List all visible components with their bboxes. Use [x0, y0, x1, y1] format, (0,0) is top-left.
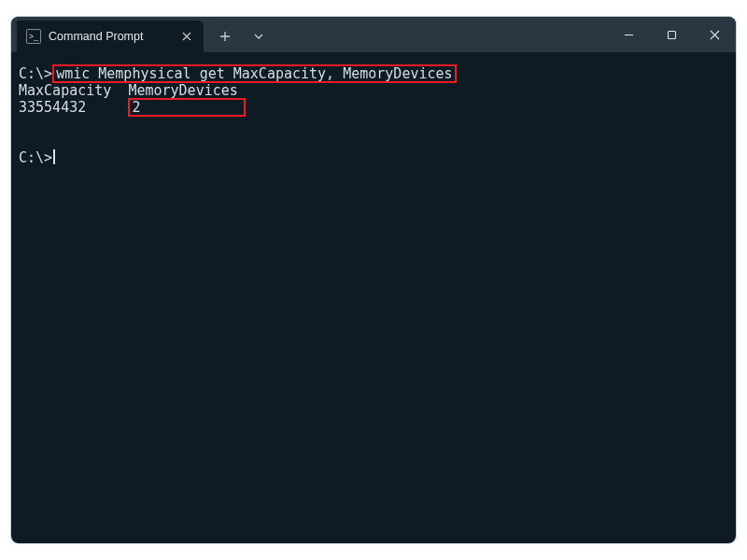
plus-icon [219, 31, 231, 42]
tab-dropdown-button[interactable] [245, 22, 273, 50]
tab-command-prompt[interactable]: >_ Command Prompt [17, 21, 204, 52]
svg-rect-0 [668, 31, 675, 38]
minimize-icon [624, 30, 634, 40]
window-controls [607, 17, 736, 52]
minimize-button[interactable] [607, 17, 650, 52]
column-header-memorydevices: MemoryDevices [128, 82, 237, 99]
tab-close-button[interactable] [179, 29, 194, 44]
tabstrip-controls [204, 17, 273, 52]
column-header-maxcapacity: MaxCapacity [19, 82, 111, 99]
terminal-window: >_ Command Prompt C: [11, 17, 736, 543]
text-cursor [53, 149, 55, 164]
maximize-icon [667, 30, 677, 40]
command-text: wmic Memphysical get MaxCapacity, Memory… [56, 65, 452, 82]
terminal-body[interactable]: C:\>wmic Memphysical get MaxCapacity, Me… [11, 52, 736, 174]
close-icon [182, 32, 191, 41]
titlebar[interactable]: >_ Command Prompt [11, 17, 736, 52]
window-close-button[interactable] [693, 17, 736, 52]
command-highlight: wmic Memphysical get MaxCapacity, Memory… [52, 64, 456, 83]
close-icon [710, 30, 720, 40]
prompt: C:\> [19, 65, 52, 82]
command-prompt-icon: >_ [26, 29, 41, 44]
cell-memorydevices-highlight: 2 [128, 98, 245, 117]
titlebar-drag-region[interactable] [273, 17, 607, 52]
chevron-down-icon [253, 31, 264, 42]
cell-maxcapacity: 33554432 [19, 99, 86, 116]
cell-memorydevices: 2 [132, 99, 241, 116]
tab-title: Command Prompt [49, 30, 172, 43]
maximize-button[interactable] [650, 17, 693, 52]
prompt: C:\> [19, 149, 52, 166]
new-tab-button[interactable] [211, 22, 239, 50]
